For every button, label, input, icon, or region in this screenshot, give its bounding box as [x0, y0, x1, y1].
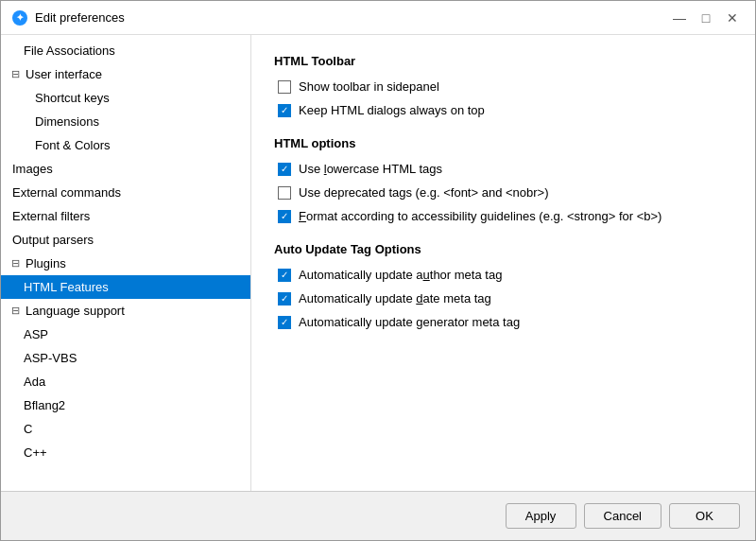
sidebar-group-user-interface[interactable]: ⊟ User interface [1, 62, 250, 86]
checkbox-deprecated-tags[interactable] [278, 186, 291, 200]
cancel-button[interactable]: Cancel [584, 503, 662, 529]
checkbox-label-deprecated-tags: Use deprecated tags (e.g. <font> and <no… [299, 185, 549, 200]
sidebar-item-external-filters[interactable]: External filters [1, 204, 250, 228]
section-title-auto-update: Auto Update Tag Options [274, 242, 732, 256]
footer: Apply Cancel OK [1, 491, 755, 540]
sidebar-item-html-features[interactable]: HTML Features [1, 275, 250, 299]
sidebar-item-c[interactable]: C [1, 417, 250, 441]
sidebar-item-ada[interactable]: Ada [1, 370, 250, 393]
checkbox-label-accessibility: Format according to accessibility guidel… [299, 209, 662, 223]
title-bar: ✦ Edit preferences — □ ✕ [1, 1, 755, 35]
sidebar-group-label-plugins: Plugins [26, 256, 66, 270]
minimize-button[interactable]: — [668, 7, 691, 29]
checkbox-update-author[interactable] [278, 269, 291, 282]
checkbox-label-update-date: Automatically update date meta tag [299, 291, 491, 305]
checkbox-lowercase-tags[interactable] [278, 163, 291, 176]
sidebar: File Associations ⊟ User interface Short… [1, 35, 251, 491]
section-title-html-options: HTML options [274, 136, 732, 150]
sidebar-item-cplus[interactable]: C++ [1, 441, 250, 464]
checkbox-label-keep-html-dialogs: Keep HTML dialogs always on top [299, 103, 485, 117]
checkbox-row-update-generator: Automatically update generator meta tag [274, 315, 732, 329]
maximize-button[interactable]: □ [695, 7, 717, 29]
checkbox-row-update-author: Automatically update author meta tag [274, 268, 732, 282]
checkbox-row-deprecated-tags: Use deprecated tags (e.g. <font> and <no… [274, 185, 732, 200]
sidebar-item-external-commands[interactable]: External commands [1, 181, 250, 204]
sidebar-item-asp[interactable]: ASP [1, 323, 250, 346]
expand-icon-language-support: ⊟ [9, 305, 22, 318]
checkbox-keep-html-dialogs[interactable] [278, 104, 291, 117]
checkbox-label-update-generator: Automatically update generator meta tag [299, 315, 520, 329]
checkbox-update-date[interactable] [278, 292, 291, 305]
expand-icon-user-interface: ⊟ [9, 68, 22, 81]
section-html-toolbar: HTML Toolbar Show toolbar in sidepanel K… [274, 54, 732, 117]
checkbox-accessibility[interactable] [278, 210, 291, 223]
checkbox-row-lowercase-tags: Use lowercase HTML tags [274, 162, 732, 176]
preferences-window: ✦ Edit preferences — □ ✕ File Associatio… [0, 0, 756, 541]
title-bar-left: ✦ Edit preferences [12, 10, 125, 26]
sidebar-group-plugins[interactable]: ⊟ Plugins [1, 252, 250, 275]
checkbox-show-toolbar[interactable] [278, 80, 291, 94]
sidebar-item-bflang2[interactable]: Bflang2 [1, 393, 250, 417]
ok-button[interactable]: OK [669, 503, 740, 529]
checkbox-label-update-author: Automatically update author meta tag [299, 268, 502, 282]
title-controls: — □ ✕ [668, 7, 744, 29]
sidebar-group-label-language-support: Language support [26, 304, 125, 318]
section-title-html-toolbar: HTML Toolbar [274, 54, 732, 68]
section-html-options: HTML options Use lowercase HTML tags Use… [274, 136, 732, 223]
sidebar-item-shortcut-keys[interactable]: Shortcut keys [1, 86, 250, 110]
checkbox-label-lowercase-tags: Use lowercase HTML tags [299, 162, 442, 176]
checkbox-row-accessibility: Format according to accessibility guidel… [274, 209, 732, 223]
sidebar-item-images[interactable]: Images [1, 157, 250, 181]
checkbox-row-update-date: Automatically update date meta tag [274, 291, 732, 305]
checkbox-update-generator[interactable] [278, 316, 291, 329]
apply-button[interactable]: Apply [506, 503, 576, 529]
sidebar-item-asp-vbs[interactable]: ASP-VBS [1, 346, 250, 370]
content-area: File Associations ⊟ User interface Short… [1, 35, 755, 491]
sidebar-item-file-associations[interactable]: File Associations [1, 39, 250, 62]
window-title: Edit preferences [35, 10, 125, 25]
sidebar-item-dimensions[interactable]: Dimensions [1, 110, 250, 133]
close-button[interactable]: ✕ [721, 7, 744, 29]
main-panel: HTML Toolbar Show toolbar in sidepanel K… [251, 35, 755, 491]
checkbox-row-keep-html-dialogs: Keep HTML dialogs always on top [274, 103, 732, 117]
sidebar-group-language-support[interactable]: ⊟ Language support [1, 299, 250, 323]
checkbox-row-show-toolbar: Show toolbar in sidepanel [274, 79, 732, 94]
checkbox-label-show-toolbar: Show toolbar in sidepanel [299, 79, 439, 94]
expand-icon-plugins: ⊟ [9, 257, 22, 270]
sidebar-item-font-colors[interactable]: Font & Colors [1, 133, 250, 157]
sidebar-group-label-user-interface: User interface [26, 67, 102, 81]
sidebar-item-output-parsers[interactable]: Output parsers [1, 228, 250, 252]
app-icon: ✦ [12, 10, 27, 26]
section-auto-update: Auto Update Tag Options Automatically up… [274, 242, 732, 329]
